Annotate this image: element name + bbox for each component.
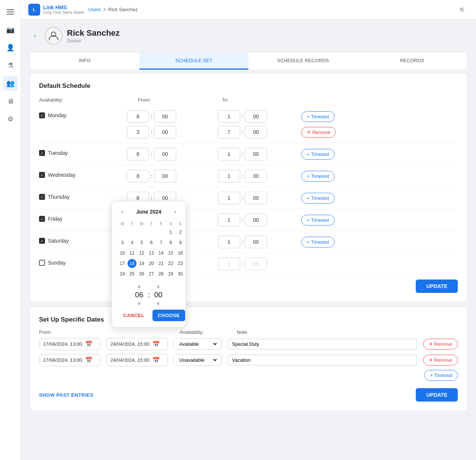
monday-to-h-2[interactable]: 7 bbox=[218, 126, 240, 138]
tuesday-to-h[interactable]: 1 bbox=[218, 148, 240, 160]
spec-to-2[interactable]: 24/04/2024, 15:00 📅 bbox=[106, 354, 168, 366]
cal-day-18[interactable]: 18 bbox=[128, 259, 136, 268]
wednesday-to-m[interactable]: 00 bbox=[245, 170, 267, 182]
tuesday-from-h[interactable]: 8 bbox=[127, 148, 149, 160]
thursday-timeslot-btn[interactable]: + Timeslot bbox=[301, 193, 335, 204]
sunday-to-h[interactable]: 1 bbox=[218, 258, 240, 270]
monday-to-h-1[interactable]: 1 bbox=[218, 110, 240, 123]
monday-from-m-1[interactable]: 00 bbox=[154, 110, 176, 123]
monday-timeslot-btn-1[interactable]: + Timeslot bbox=[301, 111, 335, 122]
tab-schedule-records[interactable]: SCHEDULE RECORDS bbox=[248, 52, 358, 70]
tuesday-to-m[interactable]: 00 bbox=[245, 148, 267, 160]
sidebar-menu-icon[interactable] bbox=[3, 4, 18, 19]
hour-up-btn[interactable]: ∧ bbox=[135, 283, 144, 290]
calendar-cancel-button[interactable]: CANCEL bbox=[118, 310, 149, 321]
spec-remove-1[interactable]: ✕ Remove bbox=[423, 339, 458, 349]
back-button[interactable]: ‹ bbox=[30, 31, 40, 41]
spec-availability-select-2[interactable]: Available Unavailable bbox=[178, 357, 218, 363]
sunday-to-m[interactable]: 00 bbox=[245, 258, 267, 270]
monday-checkbox[interactable]: ✓ bbox=[39, 112, 45, 118]
cal-day-21[interactable]: 21 bbox=[157, 259, 165, 268]
calendar-choose-button[interactable]: CHOOSE bbox=[152, 310, 185, 321]
specific-timeslot-btn[interactable]: + Timeslot bbox=[424, 370, 458, 381]
tuesday-from-m[interactable]: 00 bbox=[154, 148, 176, 160]
cal-day-4[interactable]: 4 bbox=[128, 238, 136, 247]
calendar-next-btn[interactable]: › bbox=[171, 207, 180, 216]
logout-icon[interactable]: ⎋ bbox=[455, 3, 469, 16]
sidebar-user-icon[interactable]: 👤 bbox=[3, 40, 18, 55]
cal-day-26[interactable]: 26 bbox=[137, 269, 146, 278]
calendar-prev-btn[interactable]: ‹ bbox=[118, 207, 127, 216]
thursday-checkbox[interactable]: ✓ bbox=[39, 194, 45, 200]
monday-to-m-2[interactable]: 00 bbox=[245, 126, 267, 138]
spec-note-2[interactable] bbox=[228, 355, 417, 365]
thursday-to-m[interactable]: 00 bbox=[245, 192, 267, 204]
sidebar-flask-icon[interactable]: ⚗ bbox=[3, 58, 18, 73]
show-past-button[interactable]: SHOW PAST ENTRIES bbox=[39, 392, 93, 398]
cal-day-29[interactable]: 29 bbox=[166, 269, 175, 278]
cal-day-27[interactable]: 27 bbox=[147, 269, 156, 278]
cal-day-5[interactable]: 5 bbox=[137, 238, 146, 247]
tuesday-timeslot-btn[interactable]: + Timeslot bbox=[301, 149, 335, 160]
tuesday-checkbox[interactable]: ✓ bbox=[39, 150, 45, 156]
friday-timeslot-btn[interactable]: + Timeslot bbox=[301, 215, 335, 226]
saturday-checkbox[interactable]: ✓ bbox=[39, 238, 45, 244]
spec-availability-2[interactable]: Available Unavailable bbox=[174, 354, 222, 366]
thursday-to-h[interactable]: 1 bbox=[218, 192, 240, 204]
monday-from-m-2[interactable]: 00 bbox=[154, 126, 176, 138]
cal-day-16[interactable]: 16 bbox=[176, 249, 185, 258]
sidebar-monitor-icon[interactable]: 🖥 bbox=[3, 94, 18, 109]
specific-dates-update-button[interactable]: UPDATE bbox=[416, 388, 458, 402]
cal-day-23[interactable]: 23 bbox=[176, 259, 185, 268]
cal-day-19[interactable]: 19 bbox=[137, 259, 146, 268]
cal-day-24[interactable]: 24 bbox=[118, 269, 127, 278]
monday-remove-btn[interactable]: ✕ Remove bbox=[301, 127, 336, 138]
breadcrumb-users[interactable]: Users bbox=[89, 7, 101, 12]
spec-note-1[interactable] bbox=[228, 339, 417, 349]
cal-day-12[interactable]: 12 bbox=[137, 249, 146, 258]
sidebar-settings-icon[interactable]: ⚙ bbox=[3, 112, 18, 127]
cal-day-25[interactable]: 25 bbox=[128, 269, 136, 278]
cal-day-22[interactable]: 22 bbox=[166, 259, 175, 268]
minute-down-btn[interactable]: ∨ bbox=[154, 300, 163, 307]
cal-day-10[interactable]: 10 bbox=[118, 249, 127, 258]
wednesday-from-m[interactable]: 00 bbox=[154, 170, 176, 182]
spec-from-2[interactable]: 17/04/2024, 13:00 📅 bbox=[39, 354, 100, 366]
spec-remove-2[interactable]: ✕ Remove bbox=[423, 355, 458, 365]
hour-down-btn[interactable]: ∨ bbox=[135, 300, 144, 307]
cal-day-7[interactable]: 7 bbox=[157, 238, 165, 247]
sunday-checkbox[interactable] bbox=[39, 260, 45, 266]
friday-checkbox[interactable]: ✓ bbox=[39, 216, 45, 222]
cal-day-6[interactable]: 6 bbox=[147, 238, 156, 247]
cal-day-28[interactable]: 28 bbox=[157, 269, 165, 278]
friday-to-h[interactable]: 1 bbox=[218, 214, 240, 226]
minute-value[interactable]: 00 bbox=[153, 291, 164, 299]
monday-from-h-1[interactable]: 8 bbox=[127, 110, 149, 123]
monday-from-h-2[interactable]: 3 bbox=[127, 126, 149, 138]
spec-availability-1[interactable]: Available Unavailable bbox=[174, 338, 222, 350]
cal-day-30[interactable]: 30 bbox=[176, 269, 185, 278]
cal-day-20[interactable]: 20 bbox=[147, 259, 156, 268]
spec-to-1[interactable]: 24/04/2024, 15:00 📅 bbox=[106, 338, 168, 350]
spec-from-1[interactable]: 17/04/2024, 13:00 📅 bbox=[39, 338, 100, 350]
hour-value[interactable]: 06 bbox=[134, 291, 145, 299]
default-schedule-update-button[interactable]: UPDATE bbox=[416, 279, 458, 293]
cal-day-11[interactable]: 11 bbox=[128, 249, 136, 258]
cal-day-2[interactable]: 2 bbox=[176, 228, 185, 237]
tab-records[interactable]: RECORDS bbox=[358, 52, 467, 70]
cal-day-15[interactable]: 15 bbox=[166, 249, 175, 258]
wednesday-timeslot-btn[interactable]: + Timeslot bbox=[301, 171, 335, 182]
sidebar-camera-icon[interactable]: 📷 bbox=[3, 22, 18, 37]
cal-day-3[interactable]: 3 bbox=[118, 238, 127, 247]
cal-day-17[interactable]: 17 bbox=[118, 259, 127, 268]
saturday-to-h[interactable]: 1 bbox=[218, 236, 240, 248]
wednesday-to-h[interactable]: 1 bbox=[218, 170, 240, 182]
cal-day-8[interactable]: 8 bbox=[166, 238, 175, 247]
tab-schedule-set[interactable]: SCHEDULE SET bbox=[139, 52, 249, 70]
cal-day-1[interactable]: 1 bbox=[166, 228, 175, 237]
minute-up-btn[interactable]: ∧ bbox=[154, 283, 163, 290]
friday-to-m[interactable]: 00 bbox=[245, 214, 267, 226]
spec-availability-select-1[interactable]: Available Unavailable bbox=[178, 341, 218, 347]
saturday-to-m[interactable]: 00 bbox=[245, 236, 267, 248]
saturday-timeslot-btn[interactable]: + Timeslot bbox=[301, 237, 335, 247]
